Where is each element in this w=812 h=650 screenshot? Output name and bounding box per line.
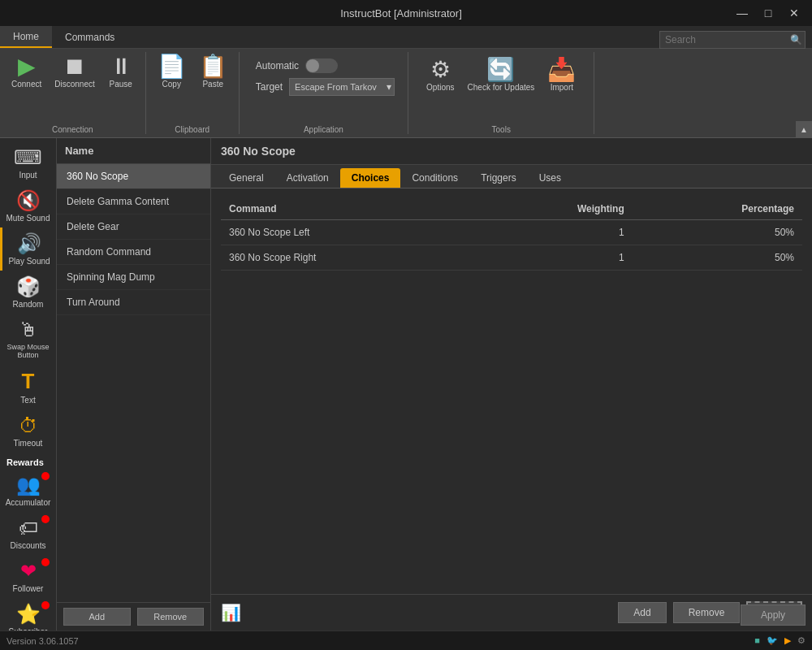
sidebar-item-swap-mouse[interactable]: 🖱 Swap Mouse Button	[0, 314, 56, 364]
application-label: Application	[246, 122, 401, 134]
pie-chart-icon[interactable]: 📊	[221, 603, 241, 622]
sidebar-item-text[interactable]: T Text	[0, 364, 56, 410]
target-label: Target	[256, 81, 283, 93]
input-label: Input	[19, 171, 37, 180]
play-sound-icon: 🔊	[17, 232, 41, 255]
discounts-label: Discounts	[11, 541, 46, 550]
discounts-icon: 🏷	[19, 517, 38, 540]
choice-command-0: 360 No Scope Left	[221, 220, 477, 245]
connection-label: Connection	[6, 122, 139, 134]
close-button[interactable]: ✕	[783, 4, 806, 22]
target-row: Target Escape From Tarkov ▾	[256, 78, 391, 96]
menu-bar: Home Commands 🔍	[0, 26, 812, 49]
app-title: InstructBot [Administrator]	[71, 7, 731, 20]
timeout-label: Timeout	[14, 439, 43, 448]
tab-conditions[interactable]: Conditions	[400, 168, 469, 188]
statusbar-icon-1[interactable]: ■	[754, 635, 760, 646]
apply-area: Apply	[734, 600, 812, 630]
command-item-2[interactable]: Delete Gear	[57, 214, 210, 240]
automatic-toggle[interactable]	[305, 58, 338, 73]
random-label: Random	[13, 300, 44, 309]
col-weighting: Weighting	[477, 198, 633, 220]
copy-button[interactable]: 📄 Copy	[153, 52, 191, 92]
choice-percentage-1: 50%	[633, 245, 802, 271]
col-percentage: Percentage	[633, 198, 802, 220]
search-bar: 🔍	[659, 31, 806, 49]
command-item-5[interactable]: Turn Around	[57, 290, 210, 315]
check-updates-button[interactable]: 🔄 Check for Updates	[463, 55, 540, 95]
rewards-section-label: Rewards	[0, 453, 56, 469]
import-button[interactable]: 📥 Import	[542, 55, 581, 95]
version-label: Version 3.06.1057	[6, 636, 79, 646]
sidebar-item-mute-sound[interactable]: 🔇 Mute Sound	[0, 184, 56, 228]
search-input[interactable]	[659, 31, 806, 49]
tab-activation[interactable]: Activation	[275, 168, 340, 188]
tab-choices[interactable]: Choices	[340, 168, 401, 188]
paste-button[interactable]: 📋 Paste	[194, 52, 232, 92]
input-icon: ⌨	[14, 146, 42, 169]
subscriber-badge	[41, 601, 50, 609]
table-row: 360 No Scope Right 1 50%	[221, 245, 802, 271]
accumulator-label: Accumulator	[6, 498, 51, 507]
remove-choice-button[interactable]: Remove	[673, 602, 741, 623]
statusbar-icon-3[interactable]: ▶	[784, 635, 791, 646]
tab-commands[interactable]: Commands	[52, 26, 127, 48]
add-choice-button[interactable]: Add	[618, 602, 666, 623]
swap-mouse-label: Swap Mouse Button	[3, 343, 53, 359]
choice-command-1: 360 No Scope Right	[221, 245, 477, 271]
check-updates-icon: 🔄	[486, 58, 515, 81]
copy-icon: 📄	[158, 55, 186, 78]
pause-label: Pause	[110, 80, 132, 89]
tab-general[interactable]: General	[218, 168, 275, 188]
sidebar-item-discounts[interactable]: 🏷 Discounts	[0, 512, 56, 555]
command-item-0[interactable]: 360 No Scope	[57, 164, 210, 189]
play-sound-label: Play Sound	[8, 257, 50, 266]
follower-label: Follower	[13, 584, 44, 593]
sidebar-item-follower[interactable]: ❤ Follower	[0, 555, 56, 598]
follower-badge	[41, 558, 50, 566]
content-tabs: General Activation Choices Conditions Tr…	[211, 165, 812, 188]
random-icon: 🎲	[16, 275, 41, 298]
remove-command-button[interactable]: Remove	[137, 608, 205, 626]
target-select[interactable]: Escape From Tarkov	[289, 78, 395, 96]
command-item-3[interactable]: Random Command	[57, 240, 210, 265]
command-item-4[interactable]: Spinning Mag Dump	[57, 265, 210, 290]
sidebar-item-input[interactable]: ⌨ Input	[0, 141, 56, 184]
sidebar-item-accumulator[interactable]: 👥 Accumulator	[0, 469, 56, 512]
accumulator-badge	[41, 472, 50, 480]
sidebar-item-play-sound[interactable]: 🔊 Play Sound	[0, 228, 56, 271]
pause-button[interactable]: ⏸ Pause	[103, 52, 139, 92]
clipboard-items: 📄 Copy 📋 Paste	[153, 52, 232, 122]
ribbon-collapse-button[interactable]: ▲	[796, 121, 812, 137]
sidebar-item-subscriber[interactable]: ⭐ Subscriber	[0, 598, 56, 630]
tab-home[interactable]: Home	[0, 26, 52, 48]
connect-button[interactable]: ▶ Connect	[6, 52, 46, 92]
content-footer: 📊 Add Remove Clear	[211, 594, 812, 630]
tab-triggers[interactable]: Triggers	[469, 168, 528, 188]
command-item-1[interactable]: Delete Gamma Content	[57, 189, 210, 214]
tab-uses[interactable]: Uses	[528, 168, 572, 188]
toolbar: ▶ Connect ⏹ Disconnect ⏸ Pause Connectio…	[0, 49, 812, 138]
choices-table: Command Weighting Percentage 360 No Scop…	[221, 198, 802, 271]
paste-label: Paste	[202, 80, 223, 89]
swap-mouse-icon: 🖱	[19, 318, 38, 341]
statusbar-icon-2[interactable]: 🐦	[767, 635, 778, 646]
maximize-button[interactable]: □	[757, 4, 780, 22]
text-icon: T	[22, 369, 35, 394]
disconnect-button[interactable]: ⏹ Disconnect	[50, 52, 99, 92]
disconnect-icon: ⏹	[63, 55, 86, 78]
sidebar-item-timeout[interactable]: ⏱ Timeout	[0, 410, 56, 453]
copy-label: Copy	[162, 80, 181, 89]
add-command-button[interactable]: Add	[63, 608, 131, 626]
options-icon: ⚙	[430, 58, 451, 81]
choices-tbody: 360 No Scope Left 1 50% 360 No Scope Rig…	[221, 220, 802, 271]
search-icon: 🔍	[790, 34, 802, 46]
command-list-header: Name	[57, 138, 210, 164]
auto-row: Automatic	[256, 58, 391, 73]
minimize-button[interactable]: —	[731, 4, 754, 22]
choice-percentage-0: 50%	[633, 220, 802, 245]
sidebar-item-random[interactable]: 🎲 Random	[0, 271, 56, 314]
apply-button[interactable]: Apply	[741, 604, 806, 626]
options-button[interactable]: ⚙ Options	[421, 55, 459, 95]
statusbar-icon-4[interactable]: ⚙	[797, 635, 806, 646]
